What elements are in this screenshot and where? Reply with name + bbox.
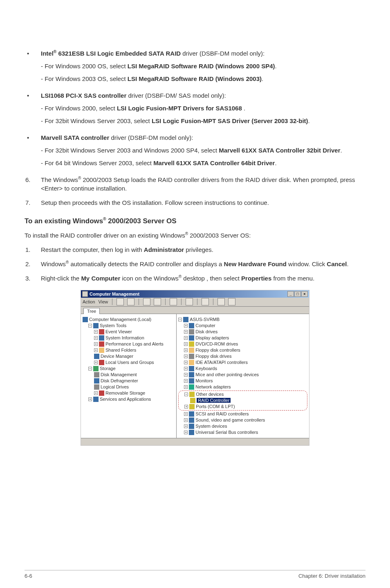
device-item[interactable]: +Display adapters <box>178 335 307 341</box>
device-item[interactable]: +Universal Serial Bus controllers <box>178 429 307 435</box>
device-item[interactable]: +Disk drives <box>178 329 307 335</box>
folder-icon <box>99 348 104 353</box>
device-item[interactable]: +Monitors <box>178 378 307 384</box>
menu-view[interactable]: View <box>99 299 108 304</box>
expand-icon[interactable]: + <box>88 397 92 401</box>
tree-item[interactable]: +Removable Storage <box>83 390 175 396</box>
tree-item[interactable]: Disk Management <box>83 372 175 378</box>
tree-root[interactable]: Computer Management (Local) <box>83 316 175 323</box>
step-number: 1. <box>25 245 41 254</box>
floppy-ctrl-icon <box>189 348 194 353</box>
expand-icon[interactable]: + <box>184 379 188 383</box>
toolbar-icon[interactable] <box>202 298 209 305</box>
expand-icon[interactable]: + <box>94 348 98 352</box>
scsi-icon <box>189 411 194 417</box>
expand-icon[interactable]: + <box>94 330 98 334</box>
bullet-text: Marvell SATA controller driver (DSBF-DM … <box>41 133 365 142</box>
tree-item[interactable]: +Services and Applications <box>83 396 175 402</box>
expand-icon[interactable]: + <box>184 424 188 428</box>
close-button[interactable]: × <box>301 291 308 297</box>
expand-icon[interactable]: + <box>184 385 188 389</box>
expand-icon[interactable]: + <box>94 361 98 364</box>
device-item-raid[interactable]: RAID Controller <box>179 397 307 404</box>
device-root[interactable]: −ASUS-SVRMB <box>178 316 307 323</box>
toolbar-icon[interactable] <box>170 298 177 305</box>
toolbar-icon[interactable] <box>154 298 161 305</box>
device-item[interactable]: +Computer <box>178 323 307 329</box>
panes: Computer Management (Local) −System Tool… <box>81 314 309 438</box>
toolbar-icon[interactable] <box>143 298 150 305</box>
device-item-other[interactable]: −Other devices <box>179 391 307 397</box>
collapse-icon[interactable]: − <box>184 393 188 396</box>
tree-item[interactable]: +Local Users and Groups <box>83 359 175 366</box>
sub-item: - For 32bit Windows Server 2003, select … <box>41 117 365 125</box>
menu-action[interactable]: Action <box>83 299 95 304</box>
step-text: Windows® automatically detects the RAID … <box>41 260 365 268</box>
expand-icon[interactable]: + <box>184 348 188 352</box>
device-item[interactable]: +DVD/CD-ROM drives <box>178 341 307 347</box>
toolbar-icon[interactable] <box>186 298 193 305</box>
tree-item[interactable]: Logical Drives <box>83 384 175 390</box>
expand-icon[interactable]: + <box>184 336 188 340</box>
toolbar-forward-icon[interactable] <box>127 298 134 305</box>
sub-item: - For 32bit Windows Server 2003 and Wind… <box>41 146 365 155</box>
expand-icon[interactable]: + <box>184 324 188 328</box>
window-title: Computer Management <box>90 292 139 296</box>
device-item[interactable]: +Floppy disk drives <box>178 353 307 359</box>
step-number: 2. <box>25 260 41 268</box>
toolbar-icon[interactable] <box>217 298 225 305</box>
toolbar-back-icon[interactable] <box>117 298 124 305</box>
toolbar-icon[interactable] <box>228 298 235 305</box>
expand-icon[interactable]: + <box>184 342 188 346</box>
expand-icon[interactable]: + <box>184 330 188 334</box>
users-icon <box>99 360 104 365</box>
tree-item[interactable]: +Performance Logs and Alerts <box>83 341 175 347</box>
device-item[interactable]: +Network adapters <box>178 384 307 390</box>
highlight-oval: −Other devices RAID Controller +Ports (C… <box>178 391 307 411</box>
sub-item: - For Windows 2000, select LSI Logic Fus… <box>41 104 365 112</box>
tree-item[interactable]: Disk Defragmenter <box>83 378 175 384</box>
device-item[interactable]: +Sound, video and game controllers <box>178 417 307 423</box>
expand-icon[interactable]: + <box>184 367 188 370</box>
device-item[interactable]: +Keyboards <box>178 366 307 372</box>
step-text: The Windows® 2000/2003 Setup loads the R… <box>41 175 365 193</box>
expand-icon[interactable]: + <box>184 361 188 364</box>
usb-icon <box>189 430 194 435</box>
expand-icon[interactable]: + <box>94 342 98 346</box>
expand-icon[interactable]: + <box>184 405 188 408</box>
collapse-icon[interactable]: − <box>178 318 182 321</box>
tree-item[interactable]: +Shared Folders <box>83 347 175 353</box>
minimize-button[interactable]: _ <box>287 291 294 297</box>
device-item[interactable]: +SCSI and RAID controllers <box>178 411 307 417</box>
defrag-icon <box>94 378 99 384</box>
device-item[interactable]: +Ports (COM & LPT) <box>179 404 307 410</box>
intro-paragraph: To install the RAID controller driver on… <box>25 231 365 240</box>
titlebar: Computer Management _ □ × <box>81 290 309 298</box>
menubar: Action View <box>81 298 309 307</box>
bullet-content: Intel® 6321ESB LSI Logic Embedded SATA R… <box>41 49 365 85</box>
tree-item[interactable]: +Event Viewer <box>83 329 175 335</box>
perf-icon <box>99 341 104 347</box>
tree-item[interactable]: +System Information <box>83 335 175 341</box>
tree-item[interactable]: Device Manager <box>83 353 175 359</box>
tab-tree[interactable]: Tree <box>83 308 100 314</box>
expand-icon[interactable]: + <box>184 373 188 377</box>
step-3: 3. Right-click the My Computer icon on t… <box>25 274 365 283</box>
tree-item[interactable]: −Storage <box>83 366 175 372</box>
collapse-icon[interactable]: − <box>88 324 92 328</box>
statusbar <box>81 438 309 445</box>
device-item[interactable]: +IDE ATA/ATAPI controllers <box>178 359 307 366</box>
expand-icon[interactable]: + <box>94 391 98 395</box>
device-item[interactable]: +Floppy disk controllers <box>178 347 307 353</box>
expand-icon[interactable]: + <box>184 431 188 434</box>
device-item[interactable]: +Mice and other pointing devices <box>178 372 307 378</box>
tree-item[interactable]: −System Tools <box>83 323 175 329</box>
collapse-icon[interactable]: − <box>88 367 92 370</box>
expand-icon[interactable]: + <box>94 336 98 340</box>
maximize-button[interactable]: □ <box>294 291 301 297</box>
device-item[interactable]: +System devices <box>178 423 307 429</box>
port-icon <box>189 404 195 409</box>
expand-icon[interactable]: + <box>184 412 188 416</box>
expand-icon[interactable]: + <box>184 355 188 358</box>
expand-icon[interactable]: + <box>184 418 188 422</box>
